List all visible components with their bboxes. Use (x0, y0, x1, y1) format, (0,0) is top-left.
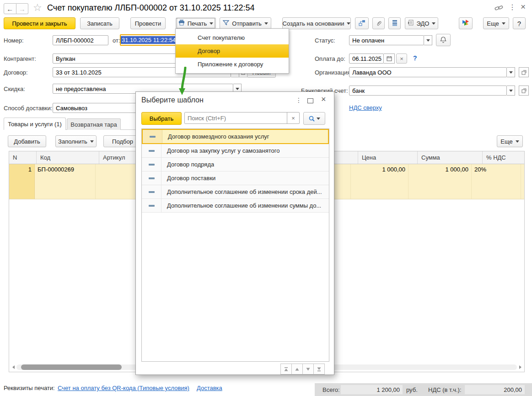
total-label: Всего: (322, 386, 340, 393)
cell-code: БП-00000269 (35, 164, 96, 199)
go-down-button[interactable] (303, 364, 314, 375)
bank-account-dropdown-button[interactable] (507, 86, 515, 96)
window-menu-icon[interactable]: ⋮ (509, 3, 516, 11)
payment-template-link[interactable]: Счет на оплату без QR-кода (Типовые усло… (58, 385, 189, 391)
go-up-button[interactable] (292, 364, 303, 375)
dialog-close-icon[interactable]: × (321, 95, 326, 104)
dialog-menu-icon[interactable]: ⋮ (296, 96, 302, 104)
counterparty-label: Контрагент: (4, 55, 36, 62)
search-input[interactable] (185, 112, 287, 123)
tab-returnable-tare[interactable]: Возвратная тара (67, 118, 121, 130)
favorite-star-icon[interactable]: ☆ (33, 2, 42, 14)
attachments-button[interactable] (372, 17, 385, 29)
print-menu-item-contract[interactable]: Договор (176, 44, 289, 58)
bank-account-open-button[interactable] (519, 86, 529, 96)
help-button[interactable]: ? (513, 17, 526, 29)
template-label: Дополнительное соглашение об изменении с… (161, 199, 321, 212)
go-first-button[interactable] (280, 364, 292, 375)
scroll-right-button[interactable] (517, 365, 523, 369)
forward-button[interactable]: → (16, 3, 29, 14)
template-item[interactable]: Дополнительное соглашение об изменении с… (142, 199, 329, 213)
template-item[interactable]: Договор на закупку услуг у самозанятого (142, 144, 329, 158)
document-structure-button[interactable] (355, 17, 369, 29)
totals-bar: Всего: 1 200,00 руб. НДС (в т.ч.): 200,0… (315, 383, 532, 396)
col-header-sum[interactable]: Сумма (418, 151, 483, 164)
save-button[interactable]: Записать (80, 17, 119, 29)
number-field[interactable]: ЛЛБП-000002 (53, 35, 108, 45)
contract-label: Договор: (4, 69, 28, 76)
related-list-button[interactable] (388, 17, 401, 29)
col-header-price[interactable]: Цена (358, 151, 418, 164)
pay-until-field[interactable]: 06.11.2025 (349, 54, 384, 64)
bank-account-field[interactable]: банк (349, 86, 507, 96)
discount-value: не предоставлена (56, 86, 106, 92)
get-link-icon[interactable] (494, 4, 504, 12)
tab-goods-services[interactable]: Товары и услуги (1) (4, 118, 66, 130)
organization-field[interactable]: Лаванда ООО (349, 67, 507, 77)
post-button[interactable]: Провести (130, 17, 166, 29)
save-label: Записать (87, 20, 113, 27)
chevron-down-icon (502, 22, 505, 25)
send-button[interactable]: Отправить (220, 17, 271, 29)
template-item[interactable]: Дополнительное соглашение об изменении с… (142, 185, 329, 199)
pay-until-value: 06.11.2025 (352, 55, 382, 62)
status-dropdown-button[interactable] (424, 35, 432, 45)
discount-label: Скидка: (4, 86, 25, 92)
organization-open-button[interactable] (519, 67, 529, 77)
template-item[interactable]: Договор возмездного оказания услуг (142, 129, 329, 144)
payment-reminder-button[interactable] (436, 34, 451, 46)
menu-item-label: Счет покупателю (198, 34, 245, 41)
print-menu-item-invoice[interactable]: Счет покупателю (176, 31, 289, 44)
pay-until-help-link[interactable]: ? (413, 54, 417, 62)
search-options-button[interactable] (303, 112, 325, 125)
search-clear-button[interactable]: × (287, 112, 299, 123)
chevron-down-icon (509, 90, 513, 92)
print-menu-item-annex[interactable]: Приложение к договору (176, 58, 289, 71)
help-label: ? (517, 20, 521, 27)
create-based-on-button[interactable]: Создать на основании (282, 17, 351, 29)
date-field[interactable]: 31.10.2025 11:22:54 (120, 34, 176, 46)
organization-value: Лаванда ООО (352, 69, 392, 76)
back-button[interactable]: ← (4, 3, 16, 14)
toolbar-more-button[interactable]: Еще (483, 17, 509, 29)
dialog-select-button[interactable]: Выбрать (141, 112, 182, 125)
organization-dropdown-button[interactable] (507, 67, 515, 77)
template-item[interactable]: Договор поставки (142, 171, 329, 185)
stack-icon (392, 20, 398, 27)
cell-vat-rate: 20% (472, 164, 521, 199)
delivery-link[interactable]: Доставка (197, 385, 222, 391)
status-field[interactable]: Не оплачен (349, 35, 424, 45)
edo-button[interactable]: ЭДО (405, 17, 438, 29)
organization-label: Организация: (315, 69, 352, 76)
table-more-button[interactable]: Еще (497, 135, 523, 147)
col-header-n[interactable]: N (9, 151, 37, 164)
page-title: Счет покупателю ЛЛБП-000002 от 31.10.202… (47, 3, 255, 13)
scroll-left-button[interactable] (10, 365, 16, 369)
col-header-vat-rate[interactable]: % НДС (483, 151, 525, 164)
calendar-picker-button[interactable] (384, 54, 395, 64)
open-icon (521, 88, 527, 93)
template-item[interactable]: Договор подряда (142, 158, 329, 171)
go-last-button[interactable] (314, 364, 325, 375)
contract-value: 33 от 31.10.2025 (56, 69, 102, 76)
template-dash-icon (142, 171, 161, 185)
dialog-maximize-icon[interactable] (307, 98, 313, 103)
add-row-button[interactable]: Добавить (8, 135, 46, 147)
window-close-icon[interactable]: × (521, 2, 526, 12)
pay-until-clear-button[interactable]: × (396, 54, 407, 64)
post-and-close-label: Провести и закрыть (12, 20, 67, 27)
business-network-button[interactable] (459, 17, 473, 29)
post-and-close-button[interactable]: Провести и закрыть (4, 17, 75, 29)
magnifier-icon (309, 116, 315, 122)
dialog-search-box: × (184, 112, 300, 124)
scroll-thumb[interactable] (21, 364, 122, 370)
more-label: Еще (487, 20, 499, 27)
vat-mode-link[interactable]: НДС сверху (349, 104, 382, 111)
back-icon: ← (6, 5, 13, 13)
col-header-code[interactable]: Код (37, 151, 99, 164)
print-button[interactable]: Печать (176, 17, 216, 29)
fill-button[interactable]: Заполнить (55, 135, 97, 147)
pay-until-label: Оплата до: (315, 55, 345, 62)
template-dash-icon (142, 158, 161, 171)
forward-icon: → (19, 5, 26, 13)
